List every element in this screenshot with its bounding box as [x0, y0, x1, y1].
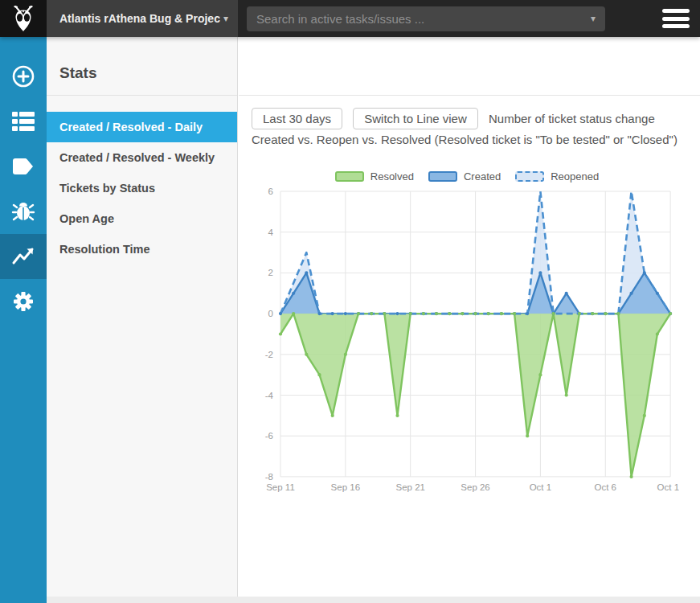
chart-legend: ResolvedCreatedReopened	[261, 170, 679, 183]
x-tick-label: Sep 21	[395, 482, 424, 492]
sidebar-item-created-resolved-weekly[interactable]: Created / Resolved - Weekly	[47, 142, 237, 173]
y-tick-label: -6	[265, 431, 273, 441]
add-icon	[11, 64, 35, 88]
icon-rail	[0, 37, 47, 603]
y-tick-label: -2	[265, 350, 273, 359]
created-resolved-daily-chart: 6420-2-4-6-8Sep 11Sep 16Sep 21Sep 26Oct …	[261, 185, 679, 500]
sidebar-item-created-resolved-daily[interactable]: Created / Resolved - Daily	[47, 112, 237, 142]
main-header	[239, 37, 700, 96]
ant-logo-icon	[10, 4, 36, 33]
y-tick-label: 2	[268, 268, 273, 277]
rail-item-tags[interactable]	[0, 144, 47, 189]
bug-icon	[11, 199, 35, 224]
legend-item-reopened: Reopened	[515, 170, 599, 183]
rail-item-stats[interactable]	[0, 234, 47, 279]
rail-item-add[interactable]	[0, 54, 47, 99]
sidebar-item-open-age[interactable]: Open Age	[47, 203, 237, 234]
page-title: Stats	[59, 64, 96, 82]
legend-label: Resolved	[370, 170, 414, 183]
search-input[interactable]	[247, 6, 605, 31]
sidebar-item-tickets-by-status[interactable]: Tickets by Status	[47, 173, 237, 203]
y-tick-label: 4	[268, 228, 274, 237]
project-name: Atlantis rAthena Bug & Project	[47, 12, 220, 25]
hamburger-icon	[662, 9, 690, 13]
hamburger-icon	[662, 17, 690, 21]
y-tick-label: 0	[268, 309, 273, 318]
chart-toolbar: Last 30 days Switch to Line view Number …	[252, 108, 686, 150]
legend-swatch-created	[428, 171, 457, 182]
app-logo[interactable]	[0, 0, 47, 37]
topbar: Atlantis rAthena Bug & Project ▾ ▾	[0, 0, 700, 37]
x-tick-label: Oct 6	[595, 482, 616, 492]
search-bar: ▾	[247, 6, 605, 31]
legend-item-resolved: Resolved	[335, 170, 414, 183]
y-tick-label: 6	[268, 187, 273, 196]
legend-swatch-resolved	[335, 171, 364, 182]
sidebar-item-resolution-time[interactable]: Resolution Time	[47, 234, 237, 265]
sidebar-header: Stats	[47, 37, 237, 96]
x-tick-label: Oct 1	[530, 482, 551, 492]
y-tick-label: -8	[265, 472, 273, 482]
rail-item-list[interactable]	[0, 99, 47, 144]
legend-item-created: Created	[428, 170, 501, 183]
date-range-button[interactable]: Last 30 days	[252, 108, 342, 129]
project-selector-dropdown[interactable]: Atlantis rAthena Bug & Project ▾	[47, 0, 238, 37]
stats-sidebar: Stats Created / Resolved - DailyCreated …	[47, 37, 238, 597]
stats-menu: Created / Resolved - DailyCreated / Reso…	[47, 112, 237, 265]
x-tick-label: Oct 11	[657, 482, 679, 492]
chart: 6420-2-4-6-8Sep 11Sep 16Sep 21Sep 26Oct …	[261, 185, 679, 500]
list-icon	[11, 111, 35, 132]
x-tick-label: Sep 26	[461, 482, 489, 492]
tag-icon	[12, 157, 35, 176]
hamburger-icon	[662, 24, 690, 28]
y-tick-label: -4	[265, 391, 274, 400]
gear-icon	[11, 289, 35, 314]
search-scope-caret-icon[interactable]: ▾	[591, 13, 596, 24]
rail-item-settings[interactable]	[0, 279, 47, 324]
legend-label: Created	[464, 170, 501, 183]
bottom-strip	[47, 597, 700, 603]
legend-label: Reopened	[551, 170, 599, 183]
legend-swatch-reopened	[515, 171, 544, 182]
rail-item-bugs[interactable]	[0, 189, 47, 234]
stats-icon	[11, 246, 35, 267]
x-tick-label: Sep 16	[331, 482, 360, 492]
chevron-down-icon: ▾	[220, 13, 238, 24]
x-tick-label: Sep 11	[266, 482, 295, 492]
switch-view-button[interactable]: Switch to Line view	[353, 108, 478, 129]
menu-button[interactable]	[662, 9, 690, 28]
main-panel: Last 30 days Switch to Line view Number …	[239, 37, 700, 597]
